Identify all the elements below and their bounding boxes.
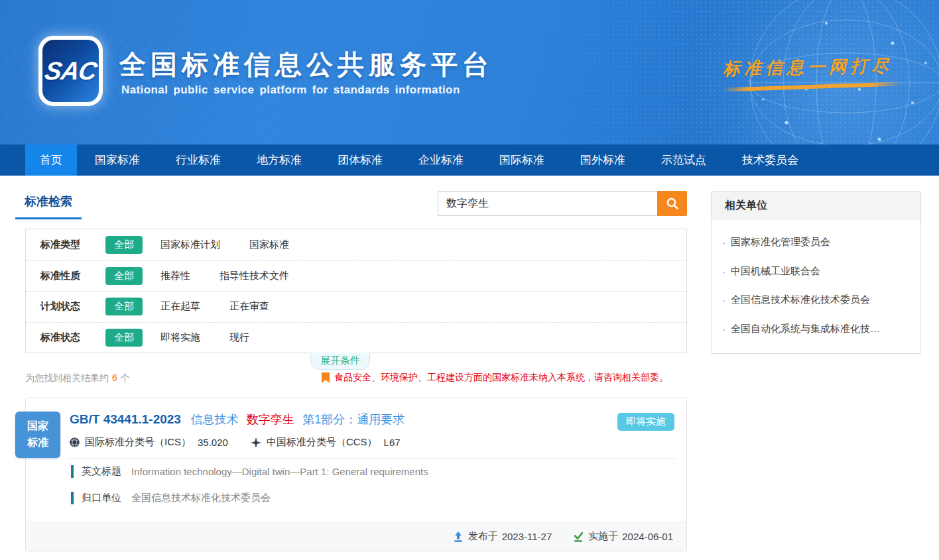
bookmark-icon — [322, 372, 330, 383]
filter-option[interactable]: 正在起草 — [160, 300, 200, 313]
notice-text: 食品安全、环境保护、工程建设方面的国家标准未纳入本系统，请咨询相关部委。 — [334, 372, 668, 384]
filter-panel: 标准类型 全部 国家标准计划 国家标准 标准性质 全部 推荐性 指导性技术文件 … — [25, 229, 687, 353]
committee-row: 归口单位 全国信息技术标准化技术委员会 — [71, 492, 271, 504]
check-mark-icon — [573, 532, 584, 542]
filter-row-standard-nature: 标准性质 全部 推荐性 指导性技术文件 — [26, 260, 686, 292]
filter-option[interactable]: 国家标准计划 — [160, 239, 220, 251]
related-units-title: 相关单位 — [712, 192, 920, 219]
standard-code: GB/T 43441.1-2023 — [70, 412, 181, 426]
all-button[interactable]: 全部 — [105, 298, 143, 315]
nav-item-foreign-standards[interactable]: 国外标准 — [562, 144, 643, 176]
nav-item-group-standards[interactable]: 团体标准 — [320, 144, 401, 176]
filter-label: 标准状态 — [40, 331, 94, 344]
filter-option[interactable]: 正在审查 — [229, 300, 269, 313]
filter-option[interactable]: 即将实施 — [160, 331, 200, 344]
tab-standard-search[interactable]: 标准检索 — [15, 194, 82, 219]
all-button[interactable]: 全部 — [105, 267, 143, 285]
search-icon — [666, 197, 679, 210]
classification-row: 国际标准分类号（ICS） 35.020 中国标准分类号（CCS） L67 — [70, 436, 423, 449]
filter-option[interactable]: 国家标准 — [249, 239, 289, 251]
filter-option[interactable]: 指导性技术文件 — [219, 270, 289, 282]
nav-item-home[interactable]: 首页 — [25, 144, 77, 176]
nav-item-industry-standards[interactable]: 行业标准 — [158, 144, 239, 176]
published-date: 发布于 2023-11-27 — [453, 530, 552, 543]
sac-logo-tile: SAC — [42, 40, 99, 102]
bullet: · — [722, 237, 725, 248]
ics-classification: 国际标准分类号（ICS） 35.020 — [70, 436, 228, 449]
row-accent-bar — [71, 465, 74, 478]
filter-option[interactable]: 现行 — [229, 331, 249, 344]
filter-row-standard-status: 标准状态 全部 即将实施 现行 — [26, 322, 686, 353]
upload-arrow-icon — [453, 532, 464, 542]
globe-icon — [70, 437, 80, 447]
expand-conditions-button[interactable]: 展开条件 — [310, 353, 370, 370]
filter-option[interactable]: 推荐性 — [160, 270, 190, 282]
nav-item-national-standards[interactable]: 国家标准 — [77, 144, 158, 176]
banner-slogan: 标准信息一网打尽 — [723, 56, 908, 89]
english-title-row: 英文标题 Information technology—Digital twin… — [71, 465, 428, 478]
card-divider — [68, 458, 676, 459]
sidebar-unit-item[interactable]: · 中国机械工业联合会 — [721, 257, 911, 286]
site-title: 全国标准信息公共服务平台 — [119, 46, 493, 83]
filter-label: 标准性质 — [40, 270, 94, 282]
sidebar-unit-item[interactable]: · 全国信息技术标准化技术委员会 — [721, 286, 911, 315]
compass-star-icon — [251, 437, 261, 448]
filter-row-plan-status: 计划状态 全部 正在起草 正在审查 — [26, 291, 686, 322]
bullet: · — [722, 266, 725, 277]
nav-item-local-standards[interactable]: 地方标准 — [239, 144, 320, 176]
ccs-classification: 中国标准分类号（CCS） L67 — [251, 436, 401, 449]
related-units-panel: 相关单位 · 国家标准化管理委员会 · 中国机械工业联合会 · 全国信息技术标准… — [711, 191, 921, 354]
standard-title-link[interactable]: GB/T 43441.1-2023 信息技术 数字孪生 第1部分：通用要求 — [70, 412, 405, 427]
filter-label: 标准类型 — [40, 239, 94, 251]
site-banner: SAC 全国标准信息公共服务平台 National public service… — [0, 0, 939, 144]
sidebar-unit-item[interactable]: · 全国自动化系统与集成标准化技… — [721, 315, 911, 344]
related-units-list: · 国家标准化管理委员会 · 中国机械工业联合会 · 全国信息技术标准化技术委员… — [712, 219, 920, 349]
slogan-text: 标准信息一网打尽 — [723, 54, 909, 81]
main-content: 标准检索 标准类型 全部 国家标准计划 国家标准 标准性质 全部 推荐性 指导性… — [0, 176, 939, 560]
nav-item-enterprise-standards[interactable]: 企业标准 — [401, 144, 481, 176]
main-nav: 首页 国家标准 行业标准 地方标准 团体标准 企业标准 国际标准 国外标准 示范… — [0, 144, 939, 176]
nav-item-pilot-programs[interactable]: 示范试点 — [643, 144, 724, 176]
bullet: · — [722, 294, 725, 306]
nav-item-technical-committees[interactable]: 技术委员会 — [724, 144, 816, 176]
result-count: 为您找到相关结果约6个 — [25, 372, 130, 384]
sac-logo-text: SAC — [42, 57, 99, 85]
search-input[interactable] — [438, 191, 657, 216]
standard-title-highlight: 数字孪生 — [247, 413, 294, 426]
implemented-date: 实施于 2024-06-01 — [573, 530, 673, 543]
result-count-number: 6 — [112, 372, 117, 383]
status-badge: 即将实施 — [617, 413, 674, 431]
bullet: · — [722, 323, 725, 335]
filter-label: 计划状态 — [40, 300, 94, 313]
sidebar-unit-item[interactable]: · 国家标准化管理委员会 — [721, 228, 911, 257]
filter-row-standard-type: 标准类型 全部 国家标准计划 国家标准 — [26, 229, 686, 260]
nav-item-international-standards[interactable]: 国际标准 — [481, 144, 562, 176]
sac-logo[interactable]: SAC — [38, 36, 103, 106]
all-button[interactable]: 全部 — [105, 329, 143, 347]
standard-title-post: 第1部分：通用要求 — [302, 413, 405, 426]
site-subtitle: National public service platform for sta… — [121, 84, 460, 97]
system-notice: 食品安全、环境保护、工程建设方面的国家标准未纳入本系统，请咨询相关部委。 — [322, 372, 668, 384]
all-button[interactable]: 全部 — [105, 236, 143, 254]
standard-result-card: 国家 标准 GB/T 43441.1-2023 信息技术 数字孪生 第1部分：通… — [25, 398, 687, 551]
row-accent-bar — [71, 492, 74, 504]
standard-title-pre: 信息技术 — [190, 413, 238, 426]
card-footer: 发布于 2023-11-27 实施于 2024-06-01 — [26, 522, 686, 551]
search-button[interactable] — [657, 191, 687, 216]
national-standard-badge: 国家 标准 — [15, 412, 60, 458]
